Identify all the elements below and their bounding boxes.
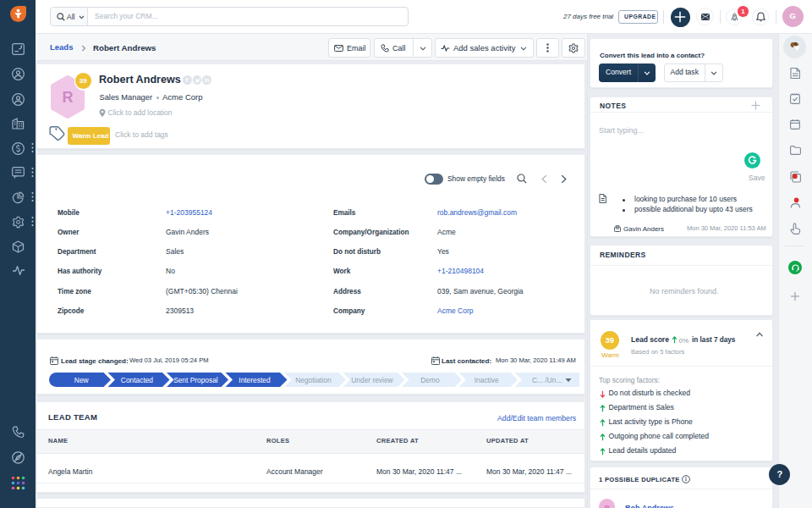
svg-text:Negotiation: Negotiation (295, 375, 332, 384)
svg-text:Inactive: Inactive (474, 375, 498, 384)
svg-text:Interested: Interested (239, 375, 271, 384)
svg-text:Under review: Under review (351, 375, 393, 384)
svg-text:Contacted: Contacted (120, 375, 153, 384)
svg-text:New: New (74, 375, 89, 384)
svg-text:R: R (63, 89, 74, 106)
svg-text:Sent Proposal: Sent Proposal (173, 375, 218, 384)
svg-text:Demo: Demo (420, 375, 440, 384)
svg-text:C... /Un...: C... /Un... (532, 375, 562, 384)
